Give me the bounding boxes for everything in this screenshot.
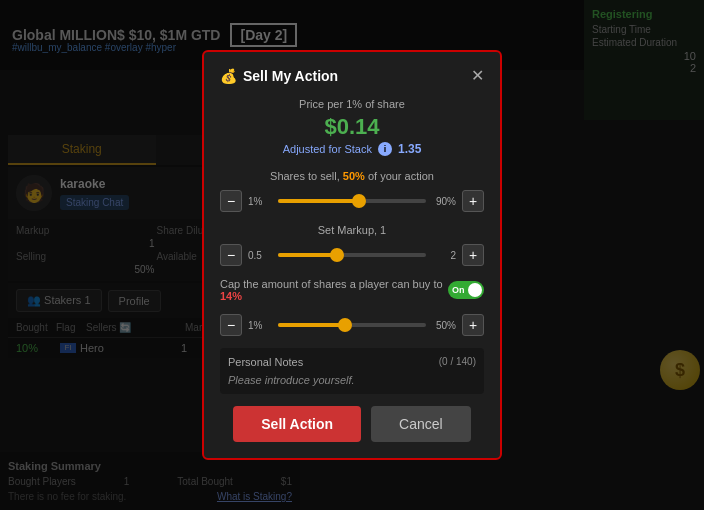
toggle-knob	[468, 283, 482, 297]
notes-section: Personal Notes (0 / 140) Please introduc…	[220, 348, 484, 394]
cap-slider-max: 50%	[432, 320, 456, 331]
cap-slider-minus[interactable]: −	[220, 314, 242, 336]
price-value: $0.14	[220, 114, 484, 140]
cap-text: Cap the amount of shares a player can bu…	[220, 278, 448, 302]
cap-slider-fill	[278, 323, 345, 327]
notes-count: (0 / 140)	[439, 356, 476, 368]
sell-icon: 💰	[220, 68, 237, 84]
cap-slider-row: − 1% 50% +	[220, 314, 484, 336]
notes-header: Personal Notes (0 / 140)	[228, 356, 476, 368]
modal-overlay: 💰 Sell My Action ✕ Price per 1% of share…	[0, 0, 704, 510]
adjusted-label: Adjusted for Stack	[283, 143, 372, 155]
set-markup-label: Set Markup, 1	[220, 224, 484, 236]
price-section-label: Price per 1% of share	[220, 98, 484, 110]
cap-slider-track[interactable]	[278, 323, 426, 327]
markup-slider-fill	[278, 253, 337, 257]
info-icon[interactable]: i	[378, 142, 392, 156]
shares-label: Shares to sell, 50% of your action	[220, 170, 484, 182]
cap-row: Cap the amount of shares a player can bu…	[220, 278, 484, 302]
sell-action-button[interactable]: Sell Action	[233, 406, 361, 442]
cap-slider-plus[interactable]: +	[462, 314, 484, 336]
shares-suffix: of your action	[368, 170, 434, 182]
shares-percent: 50%	[343, 170, 365, 182]
shares-slider-minus[interactable]: −	[220, 190, 242, 212]
shares-slider-track[interactable]	[278, 199, 426, 203]
shares-prefix: Shares to sell,	[270, 170, 340, 182]
markup-slider-minus[interactable]: −	[220, 244, 242, 266]
modal-header: 💰 Sell My Action ✕	[220, 68, 484, 84]
shares-slider-fill	[278, 199, 359, 203]
shares-slider-max: 90%	[432, 196, 456, 207]
markup-slider-track[interactable]	[278, 253, 426, 257]
modal-title: 💰 Sell My Action	[220, 68, 338, 84]
toggle-label: On	[452, 285, 465, 295]
cancel-button[interactable]: Cancel	[371, 406, 471, 442]
markup-slider-thumb[interactable]	[330, 248, 344, 262]
cap-toggle[interactable]: On	[448, 281, 484, 299]
notes-placeholder-text[interactable]: Please introduce yourself.	[228, 374, 476, 386]
adjusted-row: Adjusted for Stack i 1.35	[220, 142, 484, 156]
notes-title: Personal Notes	[228, 356, 303, 368]
modal-close-button[interactable]: ✕	[471, 68, 484, 84]
adjusted-value: 1.35	[398, 142, 421, 156]
markup-slider-max: 2	[432, 250, 456, 261]
markup-slider-plus[interactable]: +	[462, 244, 484, 266]
shares-slider-thumb[interactable]	[352, 194, 366, 208]
modal-footer: Sell Action Cancel	[220, 406, 484, 442]
shares-slider-row: − 1% 90% +	[220, 190, 484, 212]
cap-percent: 14%	[220, 290, 242, 302]
shares-slider-min: 1%	[248, 196, 272, 207]
markup-slider-min: 0.5	[248, 250, 272, 261]
markup-slider-row: − 0.5 2 +	[220, 244, 484, 266]
shares-slider-plus[interactable]: +	[462, 190, 484, 212]
sell-action-modal: 💰 Sell My Action ✕ Price per 1% of share…	[202, 50, 502, 460]
cap-slider-thumb[interactable]	[338, 318, 352, 332]
cap-slider-min: 1%	[248, 320, 272, 331]
